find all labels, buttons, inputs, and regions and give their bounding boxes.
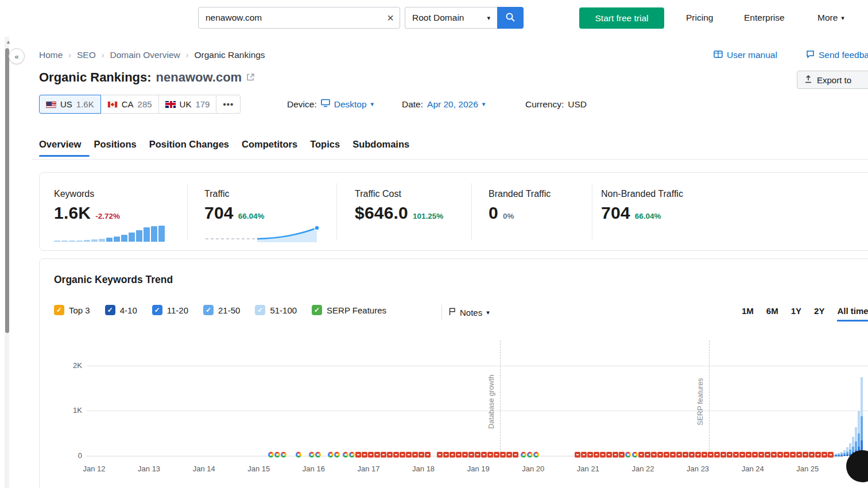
send-feedback-link[interactable]: Send feedback [806,50,868,60]
start-free-trial-button[interactable]: Start free trial [579,7,664,29]
serp-feature-icon[interactable] [777,452,783,458]
google-icon[interactable] [349,452,355,458]
export-button[interactable]: Export to [797,71,868,89]
checkbox-serp-features[interactable] [312,305,322,315]
user-manual-link[interactable]: User manual [714,50,777,60]
serp-feature-icon[interactable] [374,452,380,458]
serp-feature-icon[interactable] [752,452,758,458]
serp-feature-icon[interactable] [765,452,770,458]
serp-feature-icon[interactable] [468,452,474,458]
metric-traffic-cost[interactable]: Traffic Cost $646.0 101.25% [336,173,471,250]
domain-search-box[interactable] [198,7,400,29]
trend-bar[interactable] [835,454,837,456]
trend-bar[interactable] [840,452,843,456]
serp-feature-icon[interactable] [412,452,418,458]
breadcrumb-seo[interactable]: SEO [77,50,96,60]
serp-feature-icon[interactable] [645,452,650,458]
serp-feature-icon[interactable] [425,452,431,458]
serp-feature-icon[interactable] [368,452,374,458]
google-icon[interactable] [343,452,348,458]
serp-feature-icon[interactable] [506,452,512,458]
serp-feature-icon[interactable] [708,452,714,458]
trend-bar[interactable] [846,447,848,456]
legend-serp-features[interactable]: SERP Features [312,305,386,315]
serp-feature-icon[interactable] [462,452,468,458]
serp-feature-icon[interactable] [720,452,726,458]
google-icon[interactable] [527,452,533,458]
tab-competitors[interactable]: Competitors [242,139,297,157]
metric-keywords[interactable]: Keywords 1.6K -2.72% [40,173,187,250]
google-icon[interactable] [521,452,526,458]
serp-feature-icon[interactable] [739,452,745,458]
legend-51-100[interactable]: 51-100 [255,305,297,315]
serp-feature-icon[interactable] [387,452,393,458]
search-button[interactable] [497,7,524,29]
serp-feature-icon[interactable] [702,452,707,458]
sidebar-collapse-button[interactable] [9,48,25,64]
checkbox-11-20[interactable] [152,305,162,315]
tab-overview[interactable]: Overview [39,139,81,157]
google-icon[interactable] [281,452,286,458]
google-icon[interactable] [315,452,321,458]
serp-feature-icon[interactable] [714,452,720,458]
country-tab-us[interactable]: US 1.6K [39,95,101,114]
serp-feature-icon[interactable] [651,452,657,458]
serp-feature-icon[interactable] [494,452,499,458]
serp-feature-icon[interactable] [393,452,399,458]
legend-11-20[interactable]: 11-20 [152,305,188,315]
serp-feature-icon[interactable] [796,452,802,458]
checkbox-4-10[interactable] [105,305,115,315]
serp-feature-icon[interactable] [727,452,733,458]
checkbox-51-100[interactable] [255,305,265,315]
tab-subdomains[interactable]: Subdomains [352,139,409,157]
search-type-dropdown[interactable]: Root Domain [405,7,497,29]
nav-pricing[interactable]: Pricing [686,13,713,23]
serp-feature-icon[interactable] [828,452,834,458]
serp-feature-icon[interactable] [581,452,587,458]
serp-feature-icon[interactable] [670,452,676,458]
serp-feature-icon[interactable] [790,452,796,458]
serp-feature-icon[interactable] [758,452,764,458]
external-link-icon[interactable] [246,70,255,85]
metric-branded-traffic[interactable]: Branded Traffic 0 0% [471,173,592,250]
date-value[interactable]: Apr 20, 2026 [427,99,478,110]
nav-more[interactable]: More [817,13,844,23]
metric-traffic[interactable]: Traffic 704 66.04% [187,173,336,250]
nav-enterprise[interactable]: Enterprise [744,13,785,23]
serp-feature-icon[interactable] [733,452,739,458]
checkbox-21-50[interactable] [203,305,214,315]
serp-feature-icon[interactable] [657,452,663,458]
device-value[interactable]: Desktop [334,99,367,110]
country-tab-ca[interactable]: CA 285 [101,95,159,114]
trend-bar[interactable] [843,450,846,456]
trend-bar[interactable] [858,411,860,456]
serp-feature-icon[interactable] [822,452,827,458]
serp-feature-icon[interactable] [683,452,688,458]
google-icon[interactable] [334,452,340,458]
metric-non-branded-traffic[interactable]: Non-Branded Traffic 704 66.04% [592,173,868,250]
range-6m[interactable]: 6M [766,306,778,322]
google-icon[interactable] [328,452,334,458]
range-1m[interactable]: 1M [742,306,754,322]
date-filter[interactable]: Date: Apr 20, 2026 [402,95,485,114]
serp-feature-icon[interactable] [355,452,361,458]
serp-feature-icon[interactable] [400,452,405,458]
google-icon[interactable] [268,452,274,458]
clear-search-icon[interactable] [387,12,394,24]
serp-feature-icon[interactable] [418,452,424,458]
trend-bar[interactable] [861,377,863,456]
serp-feature-icon[interactable] [456,452,462,458]
serp-feature-icon[interactable] [676,452,682,458]
serp-feature-icon[interactable] [771,452,777,458]
serp-feature-icon[interactable] [594,452,599,458]
serp-feature-icon[interactable] [803,452,808,458]
serp-feature-icon[interactable] [809,452,815,458]
serp-feature-icon[interactable] [362,452,367,458]
notes-dropdown[interactable]: Notes [448,305,490,320]
trend-bar[interactable] [838,453,840,456]
range-1y[interactable]: 1Y [791,306,801,322]
serp-feature-icon[interactable] [437,452,443,458]
serp-feature-icon[interactable] [475,452,480,458]
scroll-up-arrow-icon[interactable] [6,39,11,45]
serp-feature-icon[interactable] [664,452,669,458]
